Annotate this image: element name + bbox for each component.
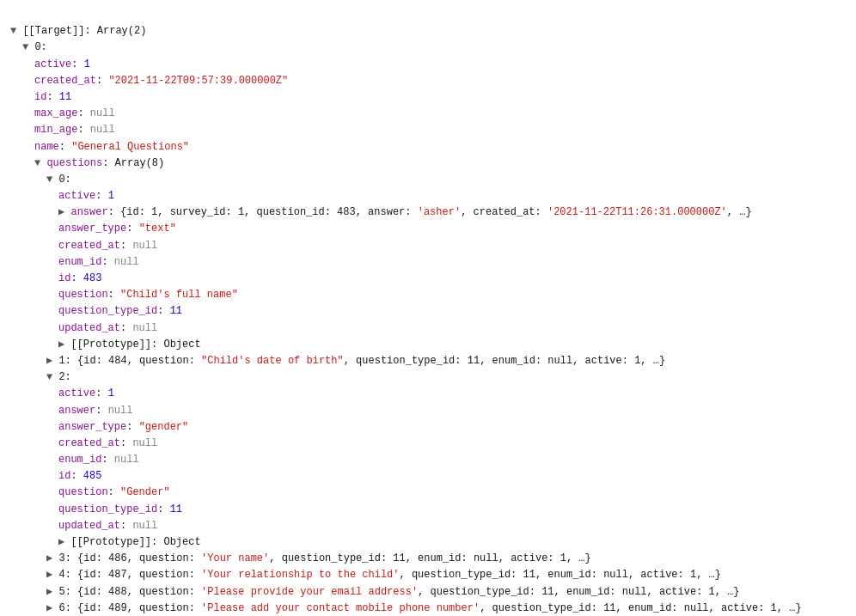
value-string: '2021-11-22T11:26:31.000000Z': [547, 206, 727, 218]
key: answer_type: [58, 421, 126, 433]
debug-line: id: 485: [10, 468, 846, 485]
value-null: null: [132, 240, 157, 252]
debug-line: ▶ [[Prototype]]: Object: [10, 534, 846, 551]
value-null: null: [132, 437, 157, 449]
value-string: 'Please provide your email address': [201, 586, 418, 598]
key: enum_id: [58, 256, 101, 268]
value-string: "text": [139, 223, 176, 235]
value-null: null: [90, 124, 115, 136]
value-number: 11: [170, 503, 182, 515]
value-string: "2021-11-22T09:57:39.000000Z": [108, 75, 288, 87]
debug-line: enum_id: null: [10, 254, 846, 271]
value-number: 483: [83, 272, 102, 284]
debug-output: ▼ [[Target]]: Array(2)▼ 0:active: 1creat…: [10, 7, 846, 616]
key: max_age: [34, 107, 77, 119]
key: updated_at: [58, 520, 120, 532]
debug-line: question_type_id: 11: [10, 502, 846, 518]
value-string: "gender": [139, 421, 189, 433]
value-null: null: [114, 454, 139, 466]
debug-line: max_age: null: [10, 106, 846, 122]
key: active: [58, 387, 95, 399]
debug-line: ▼ 0:: [10, 40, 846, 56]
key: question_type_id: [58, 503, 157, 515]
debug-line: ▼ [[Target]]: Array(2): [10, 23, 846, 40]
value-string: 'Your relationship to the child': [201, 569, 399, 581]
value-string: 'Please add your contact mobile phone nu…: [201, 602, 480, 614]
key: id: [58, 272, 70, 284]
debug-line: active: 1: [10, 57, 846, 73]
debug-line: ▶ 4: {id: 487, question: 'Your relations…: [10, 567, 846, 583]
debug-line: created_at: null: [10, 436, 846, 452]
debug-line: ▶ answer: {id: 1, survey_id: 1, question…: [10, 204, 846, 221]
debug-line: ▶ 5: {id: 488, question: 'Please provide…: [10, 584, 846, 601]
value-string: 'Your name': [201, 552, 269, 564]
value-string: "Child's date of birth": [201, 355, 344, 367]
value-null: null: [132, 322, 157, 334]
key: id: [34, 91, 46, 103]
debug-line: updated_at: null: [10, 518, 846, 534]
debug-line: created_at: null: [10, 238, 846, 254]
value-null: null: [90, 107, 115, 119]
value-null: null: [132, 520, 157, 532]
debug-line: active: 1: [10, 188, 846, 204]
debug-line: id: 483: [10, 271, 846, 287]
value-number: 11: [170, 305, 182, 317]
debug-line: ▶ 3: {id: 486, question: 'Your name', qu…: [10, 551, 846, 567]
key: answer_type: [58, 223, 126, 235]
key: question: [58, 486, 108, 498]
debug-line: ▶ 6: {id: 489, question: 'Please add you…: [10, 601, 846, 616]
debug-line: question: "Child's full name": [10, 287, 846, 303]
value-string: "General Questions": [71, 141, 189, 153]
key: created_at: [58, 437, 120, 449]
debug-line: question: "Gender": [10, 485, 846, 501]
debug-line: ▼ questions: Array(8): [10, 156, 846, 172]
collapse-arrow[interactable]: ▶: [58, 206, 64, 218]
key: answer: [70, 206, 107, 218]
debug-line: id: 11: [10, 89, 846, 106]
key: question: [58, 289, 108, 301]
value-null: null: [108, 405, 133, 417]
debug-line: created_at: "2021-11-22T09:57:39.000000Z…: [10, 73, 846, 89]
value-number: 485: [83, 470, 102, 482]
debug-line: answer_type: "gender": [10, 419, 846, 436]
key: id: [58, 470, 70, 482]
value-number: 11: [59, 91, 71, 103]
value-string: 'asher': [418, 206, 461, 218]
key: answer: [58, 405, 95, 417]
debug-line: active: 1: [10, 386, 846, 402]
value-number: 1: [84, 58, 90, 70]
key: min_age: [34, 124, 77, 136]
key: question_type_id: [58, 305, 157, 317]
debug-line: enum_id: null: [10, 452, 846, 468]
key: questions: [46, 157, 102, 169]
debug-line: name: "General Questions": [10, 139, 846, 156]
value-null: null: [114, 256, 139, 268]
debug-line: answer: null: [10, 403, 846, 419]
value-number: 1: [108, 387, 114, 399]
key: active: [34, 58, 71, 70]
key: created_at: [34, 75, 96, 87]
key: updated_at: [58, 322, 120, 334]
debug-line: ▶ [[Prototype]]: Object: [10, 337, 846, 353]
debug-line: updated_at: null: [10, 320, 846, 337]
key: created_at: [58, 240, 120, 252]
debug-line: min_age: null: [10, 122, 846, 138]
debug-line: ▼ 0:: [10, 172, 846, 188]
collapse-arrow[interactable]: ▼: [34, 157, 40, 169]
debug-line: ▶ 1: {id: 484, question: "Child's date o…: [10, 353, 846, 369]
key: active: [58, 190, 95, 202]
value-number: 1: [108, 190, 114, 202]
key: enum_id: [58, 454, 101, 466]
value-string: "Child's full name": [120, 289, 238, 301]
key: name: [34, 141, 59, 153]
debug-line: ▼ 2:: [10, 369, 846, 386]
value-string: "Gender": [120, 486, 170, 498]
debug-line: question_type_id: 11: [10, 303, 846, 320]
debug-line: answer_type: "text": [10, 221, 846, 237]
